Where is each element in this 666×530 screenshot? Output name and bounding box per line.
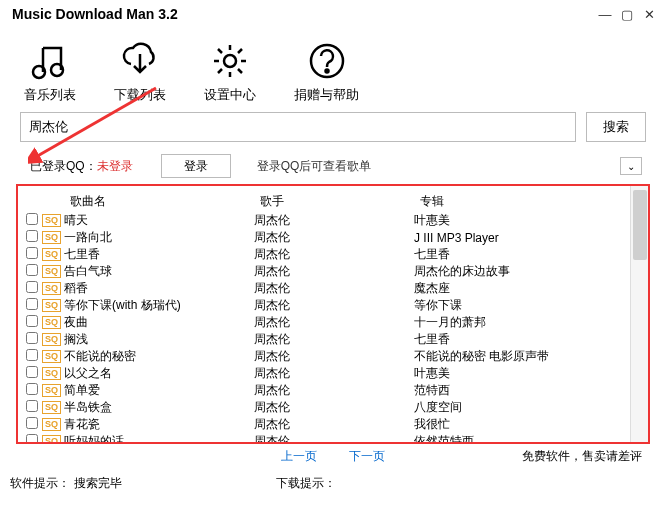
row-checkbox[interactable] bbox=[26, 332, 38, 344]
login-button[interactable]: 登录 bbox=[161, 154, 231, 178]
sq-badge-icon: SQ bbox=[42, 214, 61, 227]
table-row[interactable]: SQ等你下课(with 杨瑞代)周杰伦等你下课 bbox=[24, 297, 630, 314]
tab-music-list[interactable]: 音乐列表 bbox=[24, 40, 76, 104]
row-checkbox[interactable] bbox=[26, 213, 38, 225]
sq-badge-icon: SQ bbox=[42, 248, 61, 261]
tab-label: 音乐列表 bbox=[24, 86, 76, 104]
table-row[interactable]: SQ以父之名周杰伦叶惠美 bbox=[24, 365, 630, 382]
cell-song-name: 以父之名 bbox=[64, 365, 254, 382]
sq-badge-icon: SQ bbox=[42, 418, 61, 431]
collapse-toggle[interactable]: ⌄ bbox=[620, 157, 642, 175]
cell-song-name: 不能说的秘密 bbox=[64, 348, 254, 365]
sq-badge-icon: SQ bbox=[42, 401, 61, 414]
cell-artist: 周杰伦 bbox=[254, 314, 414, 331]
cell-album: 八度空间 bbox=[414, 399, 630, 416]
cell-artist: 周杰伦 bbox=[254, 348, 414, 365]
cell-album: 魔杰座 bbox=[414, 280, 630, 297]
cell-artist: 周杰伦 bbox=[254, 297, 414, 314]
maximize-button[interactable]: ▢ bbox=[618, 5, 636, 23]
window-title: Music Download Man 3.2 bbox=[12, 6, 178, 22]
table-row[interactable]: SQ听妈妈的话周杰伦依然范特西 bbox=[24, 433, 630, 442]
scrollbar-thumb[interactable] bbox=[633, 190, 647, 260]
download-hint-label: 下载提示： bbox=[276, 475, 336, 492]
sq-badge-icon: SQ bbox=[42, 350, 61, 363]
search-input[interactable] bbox=[20, 112, 576, 142]
login-row: 已登录QQ：未登录 登录 登录QQ后可查看歌单 ⌄ bbox=[0, 150, 666, 184]
row-checkbox[interactable] bbox=[26, 230, 38, 242]
cell-album: 我很忙 bbox=[414, 416, 630, 433]
table-row[interactable]: SQ晴天周杰伦叶惠美 bbox=[24, 212, 630, 229]
table-row[interactable]: SQ一路向北周杰伦J III MP3 Player bbox=[24, 229, 630, 246]
row-checkbox[interactable] bbox=[26, 434, 38, 442]
download-cloud-icon bbox=[119, 40, 161, 82]
cell-song-name: 稻香 bbox=[64, 280, 254, 297]
row-checkbox[interactable] bbox=[26, 349, 38, 361]
table-row[interactable]: SQ夜曲周杰伦十一月的萧邦 bbox=[24, 314, 630, 331]
cell-artist: 周杰伦 bbox=[254, 382, 414, 399]
cell-artist: 周杰伦 bbox=[254, 365, 414, 382]
tab-settings[interactable]: 设置中心 bbox=[204, 40, 256, 104]
cell-song-name: 夜曲 bbox=[64, 314, 254, 331]
row-checkbox[interactable] bbox=[26, 264, 38, 276]
table-body: 歌曲名 歌手 专辑 SQ晴天周杰伦叶惠美SQ一路向北周杰伦J III MP3 P… bbox=[18, 186, 630, 442]
cell-song-name: 半岛铁盒 bbox=[64, 399, 254, 416]
gear-icon bbox=[209, 40, 251, 82]
cell-artist: 周杰伦 bbox=[254, 212, 414, 229]
close-button[interactable]: ✕ bbox=[640, 5, 658, 23]
row-checkbox[interactable] bbox=[26, 298, 38, 310]
cell-album: 七里香 bbox=[414, 331, 630, 348]
vertical-scrollbar[interactable] bbox=[630, 186, 648, 442]
minimize-button[interactable]: — bbox=[596, 5, 614, 23]
col-header-album[interactable]: 专辑 bbox=[420, 193, 630, 210]
col-header-artist[interactable]: 歌手 bbox=[260, 193, 420, 210]
row-checkbox[interactable] bbox=[26, 383, 38, 395]
svg-point-2 bbox=[224, 55, 236, 67]
table-row[interactable]: SQ不能说的秘密周杰伦不能说的秘密 电影原声带 bbox=[24, 348, 630, 365]
table-row[interactable]: SQ稻香周杰伦魔杰座 bbox=[24, 280, 630, 297]
cell-album: 等你下课 bbox=[414, 297, 630, 314]
cell-artist: 周杰伦 bbox=[254, 433, 414, 442]
prev-page-link[interactable]: 上一页 bbox=[281, 448, 317, 465]
login-status: 已登录QQ：未登录 bbox=[30, 158, 133, 175]
cell-song-name: 简单爱 bbox=[64, 382, 254, 399]
row-checkbox[interactable] bbox=[26, 366, 38, 378]
tab-donate-help[interactable]: 捐赠与帮助 bbox=[294, 40, 359, 104]
cell-artist: 周杰伦 bbox=[254, 263, 414, 280]
next-page-link[interactable]: 下一页 bbox=[349, 448, 385, 465]
row-checkbox[interactable] bbox=[26, 400, 38, 412]
cell-song-name: 一路向北 bbox=[64, 229, 254, 246]
sq-badge-icon: SQ bbox=[42, 316, 61, 329]
col-header-name[interactable]: 歌曲名 bbox=[70, 193, 260, 210]
cell-artist: 周杰伦 bbox=[254, 246, 414, 263]
search-button[interactable]: 搜索 bbox=[586, 112, 646, 142]
cell-artist: 周杰伦 bbox=[254, 399, 414, 416]
row-checkbox[interactable] bbox=[26, 417, 38, 429]
table-row[interactable]: SQ简单爱周杰伦范特西 bbox=[24, 382, 630, 399]
table-row[interactable]: SQ搁浅周杰伦七里香 bbox=[24, 331, 630, 348]
sq-badge-icon: SQ bbox=[42, 384, 61, 397]
sq-badge-icon: SQ bbox=[42, 265, 61, 278]
window-controls: — ▢ ✕ bbox=[596, 5, 658, 23]
cell-song-name: 七里香 bbox=[64, 246, 254, 263]
sq-badge-icon: SQ bbox=[42, 367, 61, 380]
cell-album: 七里香 bbox=[414, 246, 630, 263]
login-label: 已登录QQ： bbox=[30, 159, 97, 173]
table-row[interactable]: SQ半岛铁盒周杰伦八度空间 bbox=[24, 399, 630, 416]
cell-album: 不能说的秘密 电影原声带 bbox=[414, 348, 630, 365]
table-row[interactable]: SQ青花瓷周杰伦我很忙 bbox=[24, 416, 630, 433]
svg-point-4 bbox=[325, 70, 328, 73]
row-checkbox[interactable] bbox=[26, 247, 38, 259]
cell-song-name: 青花瓷 bbox=[64, 416, 254, 433]
software-hint-value: 搜索完毕 bbox=[74, 475, 122, 492]
sq-badge-icon: SQ bbox=[42, 282, 61, 295]
row-checkbox[interactable] bbox=[26, 315, 38, 327]
music-note-icon bbox=[29, 40, 71, 82]
row-checkbox[interactable] bbox=[26, 281, 38, 293]
software-hint-label: 软件提示： bbox=[10, 475, 70, 492]
cell-artist: 周杰伦 bbox=[254, 280, 414, 297]
cell-song-name: 等你下课(with 杨瑞代) bbox=[64, 297, 254, 314]
table-row[interactable]: SQ告白气球周杰伦周杰伦的床边故事 bbox=[24, 263, 630, 280]
tab-download-list[interactable]: 下载列表 bbox=[114, 40, 166, 104]
cell-album: 十一月的萧邦 bbox=[414, 314, 630, 331]
table-row[interactable]: SQ七里香周杰伦七里香 bbox=[24, 246, 630, 263]
